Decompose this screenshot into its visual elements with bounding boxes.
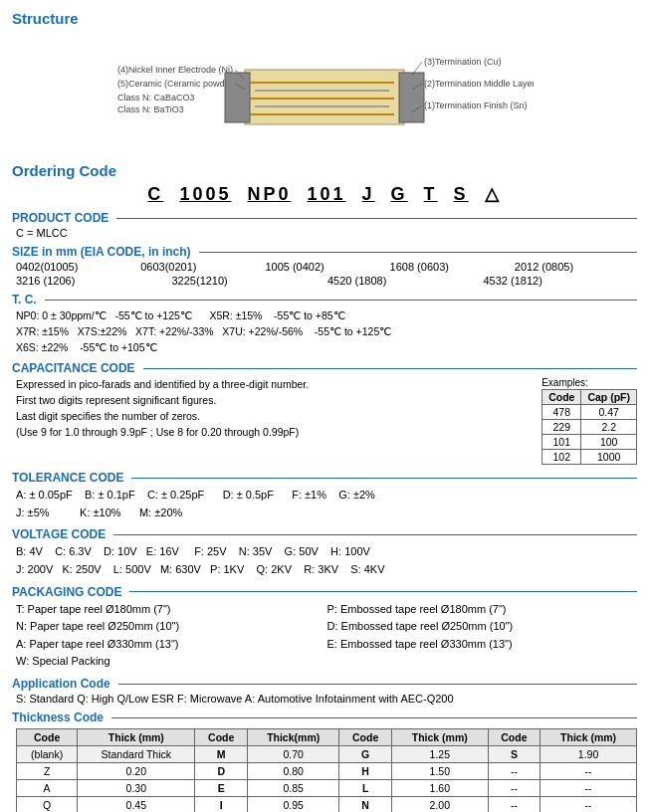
pack-left: T: Paper tape reel Ø180mm (7") N: Paper … xyxy=(16,601,326,671)
cap-line-2: First two digits represent significant f… xyxy=(16,393,532,409)
application-label: Application Code xyxy=(12,677,637,691)
size-item: 1608 (0603) xyxy=(390,261,513,273)
tolerance-content: A: ± 0.05pF B: ± 0.1pF C: ± 0.25pF D: ± … xyxy=(16,487,637,521)
size-section: SIZE in mm (EIA CODE, in inch) 0402(0100… xyxy=(12,245,637,287)
application-content: S: Standard Q: High Q/Low ESR F: Microwa… xyxy=(16,693,637,705)
cap-row: 2292.2 xyxy=(542,420,637,435)
code-g: G xyxy=(391,184,408,204)
thick-row: A 0.30 E 0.85 L 1.60 -- -- xyxy=(17,780,637,797)
thick-row: Q 0.45 I 0.95 N 2.00 -- -- xyxy=(17,797,637,813)
pack-right: P: Embossed tape reel Ø180mm (7") D: Emb… xyxy=(327,601,638,671)
tol-line-1: A: ± 0.05pF B: ± 0.1pF C: ± 0.25pF D: ± … xyxy=(16,487,637,505)
thick-header: Thick (mm) xyxy=(78,729,195,746)
size-item: 0603(0201) xyxy=(140,261,263,273)
thick-header: Code xyxy=(195,729,247,746)
volt-line-1: B: 4V C: 6.3V D: 10V E: 16V F: 25V N: 35… xyxy=(16,543,637,561)
svg-text:(2)Termination Middle Layer (N: (2)Termination Middle Layer (Ni) xyxy=(424,79,534,89)
structure-section: Structure (4)Nickel Inner Electrode (Ni)… xyxy=(12,10,637,154)
pack-grid: T: Paper tape reel Ø180mm (7") N: Paper … xyxy=(16,601,637,671)
packaging-content: T: Paper tape reel Ø180mm (7") N: Paper … xyxy=(16,601,637,671)
product-code-label: PRODUCT CODE xyxy=(12,211,637,225)
cap-col-code: Code xyxy=(542,390,581,405)
cap-row: 4780.47 xyxy=(542,405,637,420)
svg-text:(5)Ceramic (Ceramic powder): (5)Ceramic (Ceramic powder) xyxy=(117,79,236,89)
thickness-label: Thickness Code xyxy=(12,710,637,724)
ordering-title: Ordering Code xyxy=(12,162,637,179)
code-s: S xyxy=(454,184,469,204)
cap-col-cap: Cap (pF) xyxy=(581,390,637,405)
thick-sub: 1.90 xyxy=(541,746,637,763)
ordering-section: Ordering Code C 1005 NP0 101 J G T S △ xyxy=(12,162,637,205)
thick-header: Thick(mm) xyxy=(247,729,338,746)
capacitance-content: Expressed in pico-farads and identified … xyxy=(16,377,637,465)
volt-line-2: J: 200V K: 250V L: 500V M: 630V P: 1KV Q… xyxy=(16,561,637,579)
thick-sub: G xyxy=(339,746,391,763)
cap-row: 1021000 xyxy=(542,450,637,465)
tolerance-label: TOLERANCE CODE xyxy=(12,471,637,485)
cap-line-1: Expressed in pico-farads and identified … xyxy=(16,377,532,393)
cap-table: Code Cap (pF) 4780.47 2292.2 101100 1021… xyxy=(541,389,637,465)
structure-title: Structure xyxy=(12,10,637,27)
svg-text:(3)Termination (Cu): (3)Termination (Cu) xyxy=(424,57,502,67)
structure-diagram: (4)Nickel Inner Electrode (Ni) (5)Cerami… xyxy=(12,35,637,154)
thick-header: Thick (mm) xyxy=(391,729,488,746)
svg-text:Class N: BaTiO3: Class N: BaTiO3 xyxy=(117,104,184,114)
tc-label: T. C. xyxy=(12,293,637,306)
tc-line-1: NP0: 0 ± 30ppm/℃ -55℃ to +125℃ X5R: ±15%… xyxy=(16,308,637,324)
code-t: T xyxy=(424,184,438,204)
size-item: 0402(01005) xyxy=(16,261,138,273)
label-ni-electrode: (4)Nickel Inner Electrode (Ni) xyxy=(117,65,233,75)
tc-section: T. C. NP0: 0 ± 30ppm/℃ -55℃ to +125℃ X5R… xyxy=(12,293,637,355)
cap-table-wrap: Examples: Code Cap (pF) 4780.47 2292.2 1… xyxy=(541,377,637,465)
tc-line-3: X6S: ±22% -55℃ to +105℃ xyxy=(16,340,637,356)
tc-content: NP0: 0 ± 30ppm/℃ -55℃ to +125℃ X5R: ±15%… xyxy=(16,308,637,355)
thick-sub: 0.70 xyxy=(247,746,338,763)
cap-text: Expressed in pico-farads and identified … xyxy=(16,377,532,440)
tolerance-section: TOLERANCE CODE A: ± 0.05pF B: ± 0.1pF C:… xyxy=(12,471,637,521)
cap-line-4: (Use 9 for 1.0 through 9.9pF ; Use 8 for… xyxy=(16,425,532,441)
thick-header: Code xyxy=(17,729,78,746)
thick-sub: S xyxy=(488,746,540,763)
cap-examples-label: Examples: xyxy=(541,377,637,388)
thickness-table-wrap: Code Thick (mm) Code Thick(mm) Code Thic… xyxy=(16,728,637,812)
code-101: 101 xyxy=(307,184,345,204)
svg-rect-8 xyxy=(399,73,424,122)
size-item: 1005 (0402) xyxy=(265,261,387,273)
code-1005: 1005 xyxy=(179,184,231,204)
packaging-section: PACKAGING CODE T: Paper tape reel Ø180mm… xyxy=(12,585,637,671)
code-c: C xyxy=(147,184,163,204)
thickness-table: Code Thick (mm) Code Thick(mm) Code Thic… xyxy=(16,728,637,812)
code-np0: NP0 xyxy=(247,184,291,204)
voltage-section: VOLTAGE CODE B: 4V C: 6.3V D: 10V E: 16V… xyxy=(12,527,637,578)
product-code-section: PRODUCT CODE C = MLCC xyxy=(12,211,637,239)
voltage-label: VOLTAGE CODE xyxy=(12,527,637,541)
code-triangle: △ xyxy=(485,184,502,204)
packaging-label: PACKAGING CODE xyxy=(12,585,637,599)
svg-text:(1)Termination Finish (Sn): (1)Termination Finish (Sn) xyxy=(424,101,528,110)
cap-row: 101100 xyxy=(542,435,637,450)
application-section: Application Code S: Standard Q: High Q/L… xyxy=(12,677,637,705)
code-j: J xyxy=(362,184,375,204)
ordering-code-display: C 1005 NP0 101 J G T S △ xyxy=(12,183,637,205)
thick-sub: (blank) xyxy=(17,746,78,763)
size-item: 3225(1210) xyxy=(172,275,326,287)
size-item: 4520 (1808) xyxy=(327,275,482,287)
thick-sub: Standard Thick xyxy=(78,746,195,763)
size-item: 4532 (1812) xyxy=(484,275,638,287)
thick-row: Z 0.20 D 0.80 H 1.50 -- -- xyxy=(17,763,637,780)
svg-rect-6 xyxy=(245,70,404,124)
tc-line-2: X7R: ±15% X7S:±22% X7T: +22%/-33% X7U: +… xyxy=(16,324,637,340)
size-item: 3216 (1206) xyxy=(16,275,170,287)
thick-header: Code xyxy=(488,729,540,746)
thickness-section: Thickness Code Code Thick (mm) Code Thic… xyxy=(12,710,637,812)
voltage-content: B: 4V C: 6.3V D: 10V E: 16V F: 25V N: 35… xyxy=(16,543,637,578)
svg-rect-7 xyxy=(225,73,250,122)
tol-line-2: J: ±5% K: ±10% M: ±20% xyxy=(16,505,637,522)
thick-sub: 1.25 xyxy=(391,746,488,763)
thick-sub: M xyxy=(195,746,247,763)
product-code-content: C = MLCC xyxy=(16,227,637,239)
thick-header: Thick (mm) xyxy=(541,729,637,746)
capacitance-label: CAPACITANCE CODE xyxy=(12,361,637,375)
cap-line-3: Last digit specifies the number of zeros… xyxy=(16,409,532,425)
size-content: 0402(01005) 0603(0201) 1005 (0402) 1608 … xyxy=(16,261,637,287)
